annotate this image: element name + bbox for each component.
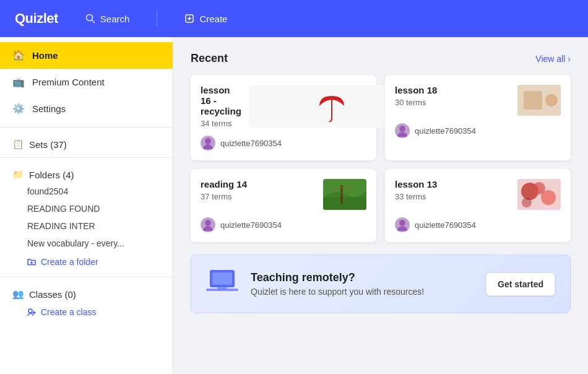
svg-point-15 [399,126,405,132]
sets-icon: 📋 [12,139,24,150]
sidebar-settings-label: Settings [32,103,66,114]
home-icon: 🏠 [12,50,25,61]
card-3-avatar [395,217,410,232]
svg-point-23 [533,182,545,194]
chevron-right-icon: › [568,54,571,64]
svg-point-7 [28,309,32,313]
sidebar: 🏠 Home 📺 Premium Content ⚙️ Settings 📋 S… [0,37,173,374]
sidebar-sets-section[interactable]: 📋 Sets (37) [0,133,173,152]
card-1-title: lesson 18 [395,85,510,95]
sidebar-divider-3 [0,277,173,277]
get-started-button[interactable]: Get started [486,272,555,296]
svg-rect-29 [217,287,227,289]
settings-icon: ⚙️ [12,103,25,115]
classes-label: Classes (0) [29,289,76,300]
sidebar-folders-section[interactable]: 📁 Folders (4) [0,163,173,183]
teaching-banner: Teaching remotely? Quizlet is here to su… [191,254,571,313]
card-3-username: quizlette7690354 [415,220,476,230]
sidebar-divider-2 [0,157,173,158]
card-2-username: quizlette7690354 [220,220,282,230]
card-1-username: quizlette7690354 [415,126,476,136]
premium-icon: 📺 [12,76,25,88]
card-1-thumb [517,85,561,116]
create-class-label: Create a class [41,307,96,317]
banner-subtitle: Quizlet is here to support you with reso… [251,287,473,297]
svg-rect-18 [340,185,343,204]
svg-rect-27 [212,272,232,285]
sidebar-premium-label: Premium Content [32,77,105,87]
card-1[interactable]: lesson 18 30 terms [385,75,571,160]
svg-line-1 [92,20,94,23]
card-3[interactable]: lesson 13 33 terms [385,169,571,242]
view-all-button[interactable]: View all › [535,54,571,64]
card-3-thumb [517,179,561,210]
card-1-avatar [395,123,410,138]
cards-grid: lesson 16 - recycling 34 terms [191,75,571,242]
create-button[interactable]: Create [177,10,235,28]
banner-title: Teaching remotely? [251,271,473,284]
view-all-label: View all [535,54,565,64]
recent-title: Recent [191,52,228,65]
sidebar-classes-section[interactable]: 👥 Classes (0) [0,282,173,302]
folders-label: Folders (4) [29,170,74,180]
folder-add-icon [27,258,36,266]
card-2-terms: 37 terms [201,192,316,201]
folder-item-0[interactable]: found2504 [0,183,173,200]
sidebar-item-home[interactable]: 🏠 Home [0,42,173,69]
logo[interactable]: Quizlet [15,11,58,27]
recent-section-header: Recent View all › [191,52,571,65]
create-folder-label: Create a folder [41,257,98,267]
card-0-title: lesson 16 - recycling [201,85,241,116]
search-button[interactable]: Search [78,10,137,28]
card-2[interactable]: reading 14 37 terms [191,169,376,242]
card-2-avatar [201,217,215,232]
svg-point-25 [399,220,405,226]
card-0-avatar [201,136,215,150]
search-label: Search [100,14,130,24]
create-icon [184,14,194,24]
svg-rect-13 [524,91,542,110]
svg-point-19 [205,220,211,226]
card-0-terms: 34 terms [201,119,241,128]
sidebar-item-settings[interactable]: ⚙️ Settings [0,95,173,122]
svg-point-11 [205,138,211,144]
search-icon [85,14,95,24]
card-2-thumb [323,179,366,210]
card-2-title: reading 14 [201,179,316,189]
card-0-username: quizlette7690354 [220,139,282,148]
create-label: Create [199,14,227,24]
banner-text: Teaching remotely? Quizlet is here to su… [251,271,473,297]
card-1-terms: 30 terms [395,98,510,107]
create-folder-link[interactable]: Create a folder [0,252,173,272]
folder-item-1[interactable]: READING FOUND [0,200,173,217]
main-content: Recent View all › lesson 16 - recycling … [173,37,588,374]
sidebar-home-label: Home [32,50,58,61]
card-0[interactable]: lesson 16 - recycling 34 terms [191,75,376,160]
laptop-icon [206,267,238,300]
sidebar-item-premium[interactable]: 📺 Premium Content [0,69,173,95]
sets-label: Sets (37) [29,139,67,150]
card-3-title: lesson 13 [395,179,510,189]
create-class-link[interactable]: Create a class [0,302,173,322]
card-3-terms: 33 terms [395,192,510,201]
header-divider [157,10,157,27]
classes-icon: 👥 [12,289,24,300]
folder-item-2[interactable]: READING INTER [0,217,173,235]
folder-item-3[interactable]: New vocabulary - every... [0,235,173,252]
svg-point-14 [545,94,558,107]
class-add-icon [27,308,36,316]
sidebar-divider [0,127,173,128]
folders-icon: 📁 [12,169,24,180]
svg-point-24 [522,198,532,207]
